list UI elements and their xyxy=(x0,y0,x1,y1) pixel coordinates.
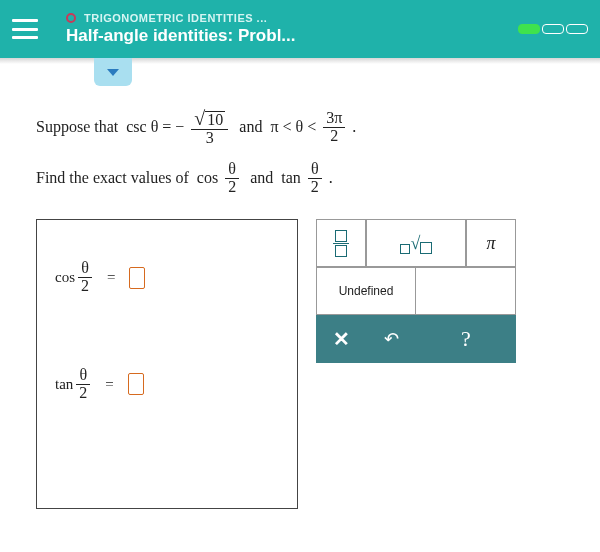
answer-box: cos θ 2 = tan θ 2 = xyxy=(36,219,298,509)
keypad-help-button[interactable]: ? xyxy=(416,315,516,363)
clear-icon: ✕ xyxy=(333,327,350,351)
cos-half-fraction: θ 2 xyxy=(78,260,92,295)
cos-label: cos xyxy=(55,269,75,286)
line1-prefix: Suppose that csc θ = − xyxy=(36,118,188,136)
keypad: √ π Undefined ✕ ↶ ? xyxy=(316,219,516,363)
cos-answer-row: cos θ 2 = xyxy=(55,260,279,295)
line2-suffix: . xyxy=(325,169,333,187)
sqrt-icon: √ xyxy=(400,233,433,254)
content-area: Suppose that csc θ = − √10 3 and π < θ <… xyxy=(0,64,600,529)
fraction-icon xyxy=(333,230,349,257)
undo-icon: ↶ xyxy=(384,328,399,350)
cos-input[interactable] xyxy=(129,267,145,289)
progress-seg xyxy=(542,24,564,34)
breadcrumb-text: TRIGONOMETRIC IDENTITIES ... xyxy=(84,12,267,24)
keypad-blank xyxy=(416,267,516,315)
keypad-undefined-button[interactable]: Undefined xyxy=(316,267,416,315)
pi-symbol: π xyxy=(486,233,495,254)
tan-answer-row: tan θ 2 = xyxy=(55,367,279,402)
tan-half-fraction: θ 2 xyxy=(76,367,90,402)
line2-fraction-1: θ 2 xyxy=(225,161,239,196)
tan-label: tan xyxy=(55,376,73,393)
tan-input[interactable] xyxy=(128,373,144,395)
keypad-nthroot-button[interactable]: √ xyxy=(366,219,466,267)
line1-mid: and π < θ < xyxy=(231,118,320,136)
progress-seg xyxy=(566,24,588,34)
problem-line-2: Find the exact values of cos θ 2 and tan… xyxy=(36,161,580,196)
line2-fraction-2: θ 2 xyxy=(308,161,322,196)
equals-sign: = xyxy=(107,269,115,286)
progress-indicator xyxy=(518,24,588,34)
problem-line-1: Suppose that csc θ = − √10 3 and π < θ <… xyxy=(36,108,580,147)
line1-fraction-2: 3π 2 xyxy=(323,110,345,145)
record-icon xyxy=(66,13,76,23)
keypad-fraction-button[interactable] xyxy=(316,219,366,267)
app-header: TRIGONOMETRIC IDENTITIES ... Half-angle … xyxy=(0,0,600,58)
equals-sign: = xyxy=(105,376,113,393)
breadcrumb: TRIGONOMETRIC IDENTITIES ... xyxy=(66,12,518,24)
keypad-undo-button[interactable]: ↶ xyxy=(366,315,416,363)
line1-fraction-1: √10 3 xyxy=(191,108,228,147)
header-titles: TRIGONOMETRIC IDENTITIES ... Half-angle … xyxy=(66,12,518,46)
chevron-down-icon xyxy=(107,69,119,76)
progress-seg-done xyxy=(518,24,540,34)
menu-icon[interactable] xyxy=(12,19,38,39)
line2-prefix: Find the exact values of cos xyxy=(36,169,222,187)
keypad-clear-button[interactable]: ✕ xyxy=(316,315,366,363)
line2-mid: and tan xyxy=(242,169,305,187)
answer-area: cos θ 2 = tan θ 2 = xyxy=(36,219,580,509)
page-title: Half-angle identities: Probl... xyxy=(66,26,518,46)
line1-suffix: . xyxy=(348,118,356,136)
dropdown-tab[interactable] xyxy=(94,58,132,86)
keypad-pi-button[interactable]: π xyxy=(466,219,516,267)
